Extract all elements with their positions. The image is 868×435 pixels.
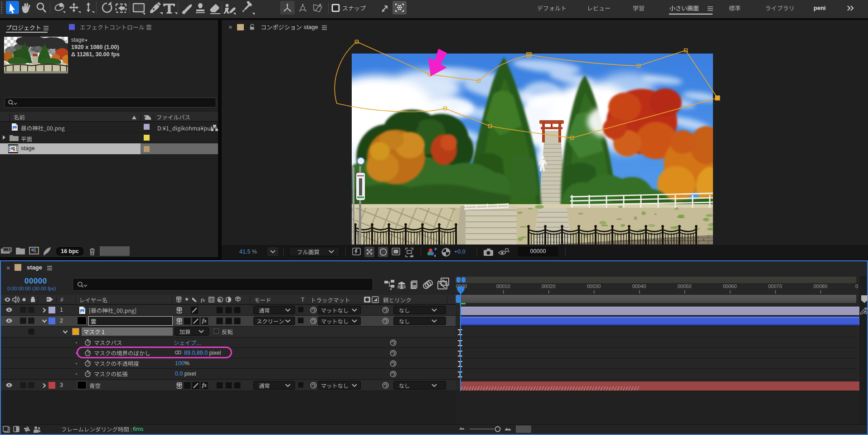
svg-text:#: #	[60, 297, 63, 303]
svg-text:T: T	[301, 297, 305, 303]
svg-text:fx: fx	[201, 297, 205, 303]
